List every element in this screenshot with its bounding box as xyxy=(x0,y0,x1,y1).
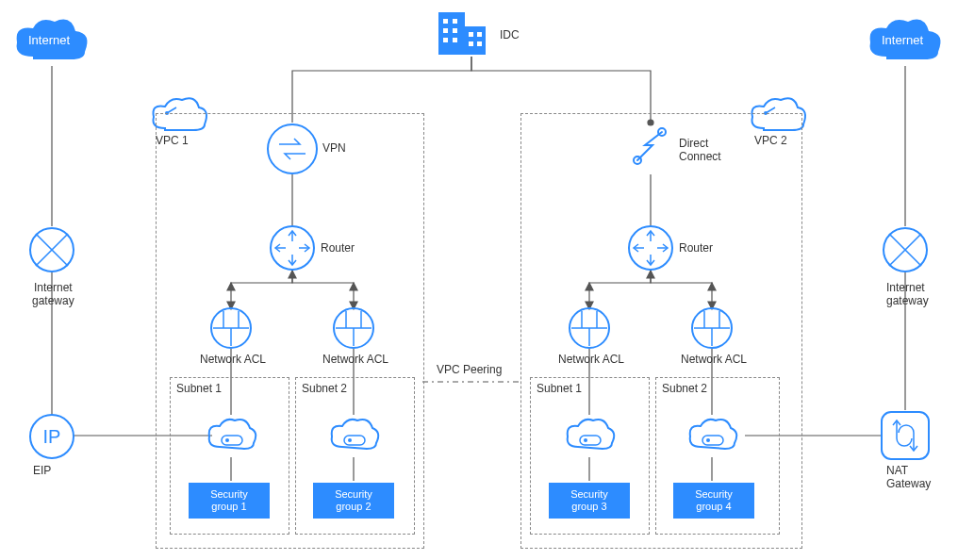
svg-rect-19 xyxy=(469,32,473,37)
svg-rect-67 xyxy=(702,436,723,445)
svg-rect-13 xyxy=(443,19,448,24)
internet-gateway-left-label: Internet gateway xyxy=(32,281,74,307)
router-vpc2-icon xyxy=(627,224,674,272)
vpc-peering-label: VPC Peering xyxy=(437,363,502,376)
idc-label: IDC xyxy=(500,28,520,41)
svg-rect-12 xyxy=(465,26,486,55)
internet-gateway-right-icon xyxy=(882,226,929,273)
svg-point-36 xyxy=(268,124,317,173)
idc-building-icon xyxy=(434,8,500,59)
acl-vpc1-1-label: Network ACL xyxy=(200,353,266,366)
svg-rect-22 xyxy=(477,41,482,46)
sg4-box: Security group 4 xyxy=(673,483,754,519)
nat-gateway-label: NAT Gateway xyxy=(886,464,931,490)
acl-vpc2-2-label: Network ACL xyxy=(681,353,747,366)
server-vpc2-1-icon xyxy=(561,413,618,458)
svg-rect-15 xyxy=(443,28,448,33)
internet-left-label: Internet xyxy=(28,33,70,47)
acl-vpc1-2-label: Network ACL xyxy=(322,353,388,366)
acl-vpc2-1-label: Network ACL xyxy=(558,353,624,366)
vpn-label: VPN xyxy=(322,141,346,155)
svg-rect-16 xyxy=(453,28,457,33)
nat-gateway-icon xyxy=(880,410,931,461)
router-vpc1-icon xyxy=(269,224,316,272)
svg-rect-61 xyxy=(222,436,242,445)
vpc1-subnet1-title: Subnet 1 xyxy=(176,382,222,395)
server-vpc2-2-icon xyxy=(684,413,740,458)
internet-right-label: Internet xyxy=(882,33,923,47)
router-vpc2-label: Router xyxy=(679,241,713,255)
vpc2-subnet2-title: Subnet 2 xyxy=(662,382,707,395)
svg-text:IP: IP xyxy=(43,426,61,447)
internet-gateway-left-icon xyxy=(28,226,75,273)
server-vpc1-1-icon xyxy=(203,413,259,458)
svg-point-66 xyxy=(584,438,587,442)
vpn-icon xyxy=(266,123,319,175)
sg2-box: Security group 2 xyxy=(313,483,394,519)
server-vpc1-2-icon xyxy=(325,413,382,458)
direct-connect-label: Direct Connect xyxy=(679,137,721,163)
router-vpc1-label: Router xyxy=(321,241,355,255)
acl-vpc1-1-icon xyxy=(209,306,253,350)
vpc1-subnet2-title: Subnet 2 xyxy=(302,382,347,395)
connectors-layer xyxy=(0,0,958,560)
eip-icon: IP xyxy=(28,413,75,460)
internet-gateway-right-label: Internet gateway xyxy=(886,281,929,307)
vpc2-subnet1-title: Subnet 1 xyxy=(537,382,582,395)
acl-vpc2-1-icon xyxy=(568,306,611,350)
svg-rect-17 xyxy=(443,38,448,42)
svg-rect-63 xyxy=(344,436,365,445)
sg1-box: Security group 1 xyxy=(189,483,270,519)
svg-point-64 xyxy=(348,438,352,442)
svg-rect-21 xyxy=(469,41,473,46)
sg3-box: Security group 3 xyxy=(549,483,630,519)
acl-vpc1-2-icon xyxy=(332,306,375,350)
svg-rect-20 xyxy=(477,32,482,37)
svg-point-62 xyxy=(225,438,229,442)
svg-rect-18 xyxy=(453,38,457,42)
direct-connect-icon xyxy=(624,123,677,175)
svg-rect-31 xyxy=(882,412,929,459)
svg-rect-11 xyxy=(438,12,465,55)
svg-point-68 xyxy=(706,438,710,442)
eip-label: EIP xyxy=(33,464,51,477)
svg-rect-14 xyxy=(453,19,457,24)
svg-rect-65 xyxy=(580,436,601,445)
acl-vpc2-2-icon xyxy=(690,306,734,350)
